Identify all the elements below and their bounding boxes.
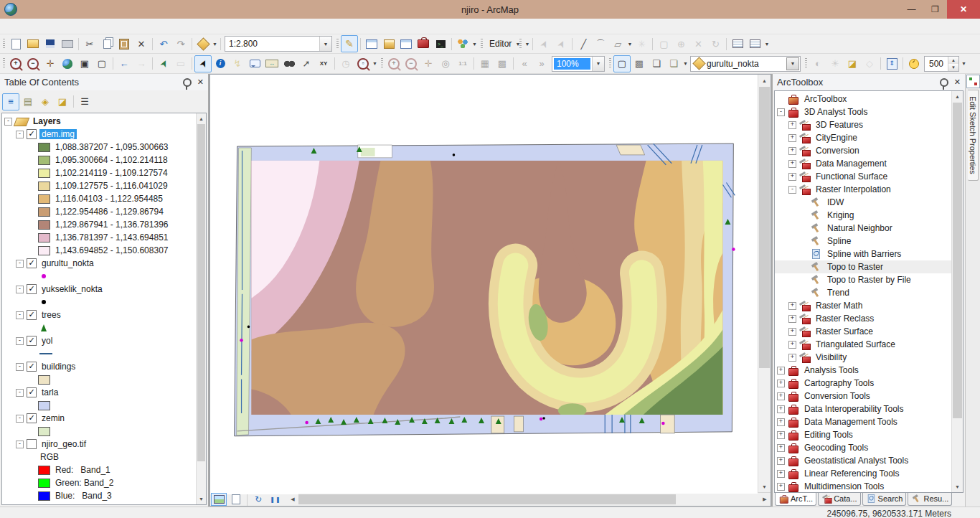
transparency-button[interactable]: ◪ <box>844 55 861 72</box>
find-route-tool[interactable]: ➚ <box>298 55 315 72</box>
layer-checkbox[interactable]: ✓ <box>27 310 37 320</box>
toc-tree-row[interactable]: - ✓ zemin <box>2 412 206 425</box>
zoom-percent-dropdown-icon[interactable]: ▼ <box>592 57 604 71</box>
list-by-visibility-button[interactable]: ◈ <box>37 93 54 110</box>
tree-label[interactable]: Green: Band_2 <box>53 478 116 488</box>
arctoolbox-header[interactable]: ArcToolbox ✕ <box>773 74 965 90</box>
clear-selection-button[interactable]: ▭ <box>172 55 189 72</box>
menu-item[interactable] <box>99 25 110 28</box>
change-layout-button[interactable]: ❏ <box>648 55 665 72</box>
print-button[interactable] <box>59 35 76 52</box>
find-tool[interactable] <box>281 55 298 72</box>
tree-label[interactable]: Raster Reclass <box>814 314 876 324</box>
expand-toggle-icon[interactable]: + <box>788 173 796 181</box>
toolbox-tree-row[interactable]: + Geocoding Tools <box>775 441 963 454</box>
back-extent-button[interactable]: ← <box>116 55 133 72</box>
expand-toggle-icon[interactable]: + <box>777 405 785 413</box>
scrollbar-thumb[interactable] <box>197 124 205 461</box>
expand-toggle-icon[interactable]: - <box>4 118 12 126</box>
catalog-window-button[interactable] <box>380 35 397 52</box>
toolbox-tree-row[interactable]: Topo to Raster <box>775 260 963 273</box>
table-of-contents-button[interactable] <box>363 35 380 52</box>
straight-segment-tool[interactable]: ╱ <box>575 35 592 52</box>
expand-toggle-icon[interactable]: + <box>777 367 785 375</box>
expand-toggle-icon[interactable]: - <box>16 389 24 397</box>
pin-icon[interactable] <box>940 78 948 87</box>
panel-tab[interactable]: Resu... <box>908 493 952 506</box>
open-map-button[interactable] <box>24 35 42 52</box>
map-horizontal-scrollbar[interactable]: ◀ ▶ <box>287 494 771 505</box>
sketch-properties-button[interactable] <box>746 35 763 52</box>
scroll-left-icon[interactable]: ◀ <box>287 494 298 505</box>
toolbox-tree-row[interactable]: - Raster Interpolation <box>775 183 963 196</box>
zoom-100-button[interactable]: 1:1 <box>454 55 471 72</box>
toc-scrollbar[interactable]: ▲ ▼ <box>196 113 206 504</box>
python-window-button[interactable]: >_ <box>432 35 449 52</box>
tree-label[interactable]: RGB <box>38 452 61 462</box>
full-extent-button[interactable] <box>59 55 76 72</box>
tree-label[interactable]: Multidimension Tools <box>802 481 886 491</box>
tree-label[interactable]: Raster Surface <box>814 326 875 336</box>
toc-tree-row[interactable]: - ✓ gurultu_nokta <box>2 257 206 270</box>
tree-label[interactable]: njiro_geo.tif <box>39 439 88 449</box>
scroll-up-icon[interactable]: ▲ <box>952 91 963 102</box>
scrollbar-thumb[interactable] <box>759 87 770 368</box>
toolbox-tree-row[interactable]: + Cartography Tools <box>775 377 963 390</box>
new-map-button[interactable] <box>7 35 24 52</box>
tree-label[interactable]: buildings <box>39 362 77 372</box>
split-tool[interactable]: ✕ <box>689 35 707 52</box>
expand-toggle-icon[interactable]: - <box>16 286 24 293</box>
layer-checkbox[interactable]: ✓ <box>27 336 37 346</box>
toolbox-tree-row[interactable]: + Raster Reclass <box>775 312 963 325</box>
next-extent-page-button[interactable]: » <box>533 55 550 72</box>
endpoint-arc-tool[interactable]: ⌒ <box>592 35 609 52</box>
toc-tree-row[interactable]: 1,116.04103 - 1,122.954485 <box>2 192 206 205</box>
toolbox-scrollbar[interactable]: ▲ ▼ <box>951 91 963 492</box>
tree-label[interactable]: yol <box>39 336 55 346</box>
toolbox-tree-row[interactable]: + Data Management <box>775 157 963 170</box>
layer-checkbox[interactable]: ✓ <box>27 413 37 423</box>
toolbox-tree-row[interactable]: + Multidimension Tools <box>775 480 963 493</box>
menu-item[interactable] <box>88 25 99 28</box>
tree-label[interactable]: 1,116.04103 - 1,122.954485 <box>53 194 165 204</box>
toolbox-tree-row[interactable]: + 3D Features <box>775 118 963 131</box>
toolbox-tree-row[interactable]: + Data Interoperability Tools <box>775 402 963 415</box>
tools-overflow[interactable]: ▼ <box>372 61 378 66</box>
flicker-rate-icon[interactable] <box>905 55 923 72</box>
tree-label[interactable]: Triangulated Surface <box>814 339 897 349</box>
undo-button[interactable]: ↶ <box>155 35 172 52</box>
panel-tab[interactable]: Cata... <box>818 493 860 506</box>
toolbox-tree-row[interactable]: Kriging <box>775 209 963 222</box>
toc-header[interactable]: Table Of Contents ✕ <box>0 74 208 90</box>
zoom-percent-combo[interactable]: 100% ▼ <box>552 56 605 72</box>
expand-toggle-icon[interactable]: + <box>777 392 785 400</box>
map-vertical-scrollbar[interactable]: ▲ ▼ <box>758 75 771 492</box>
tree-label[interactable]: zemin <box>39 413 67 423</box>
layer-checkbox[interactable] <box>27 439 37 449</box>
list-by-drawing-order-button[interactable]: ≡ <box>2 93 19 110</box>
toc-tree-row[interactable]: - ✓ yol <box>2 334 206 347</box>
swipe-layer-tool[interactable]: ◇ <box>861 55 878 72</box>
toc-tree-row[interactable]: - ✓ tarla <box>2 386 206 399</box>
scrollbar-thumb[interactable] <box>298 494 676 504</box>
modelbuilder-button[interactable] <box>454 35 471 52</box>
tree-label[interactable]: Analysis Tools <box>802 365 861 375</box>
tree-label[interactable]: IDW <box>825 197 846 207</box>
refresh-view-button[interactable]: ↻ <box>250 493 266 506</box>
pin-icon[interactable] <box>183 78 192 87</box>
layer-checkbox[interactable]: ✓ <box>27 258 37 268</box>
toolbox-tree-row[interactable]: + Conversion Tools <box>775 390 963 402</box>
identify-tool[interactable]: i <box>212 55 229 72</box>
map-canvas[interactable]: ▲ ▼ <box>210 75 771 492</box>
tree-label[interactable]: Raster Math <box>814 301 864 311</box>
toolbox-tree-row[interactable]: + CityEngine <box>775 131 963 144</box>
spinner-down-icon[interactable]: ▼ <box>948 64 958 71</box>
scale-dropdown-icon[interactable]: ▼ <box>319 37 331 51</box>
expand-toggle-icon[interactable]: - <box>777 108 785 116</box>
toc-tree-row[interactable]: - ✓ yukseklik_nokta <box>2 283 206 296</box>
panel-tab[interactable]: Search <box>862 493 907 506</box>
construction-dropdown[interactable]: ▼ <box>626 42 633 47</box>
zoom-percent-value[interactable]: 100% <box>554 58 590 70</box>
menu-item[interactable] <box>42 25 53 28</box>
tree-label[interactable]: 3D Features <box>814 120 865 130</box>
